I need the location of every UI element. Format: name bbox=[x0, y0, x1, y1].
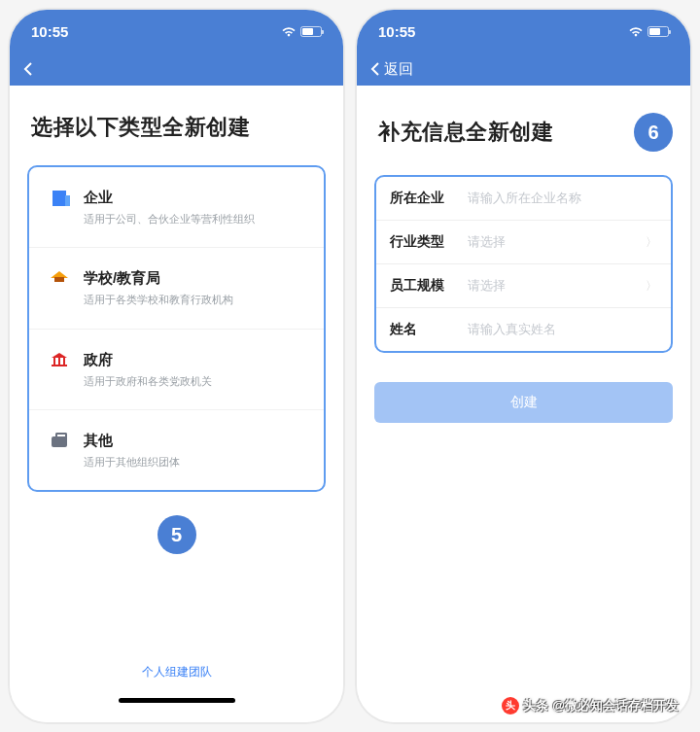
status-time: 10:55 bbox=[31, 23, 68, 40]
screen-select-type: 10:55 选择以下类型全新创建 企业 适用于公司、合伙企业等营利性组织 bbox=[10, 10, 343, 722]
type-option-enterprise[interactable]: 企业 适用于公司、合伙企业等营利性组织 bbox=[29, 167, 324, 247]
field-label: 行业类型 bbox=[390, 233, 460, 251]
option-desc: 适用于公司、合伙企业等营利性组织 bbox=[84, 212, 308, 226]
chevron-right-icon: 〉 bbox=[646, 234, 657, 251]
field-company[interactable]: 所在企业 请输入所在企业名称 bbox=[376, 177, 671, 220]
field-placeholder: 请输入真实姓名 bbox=[468, 321, 657, 338]
home-indicator[interactable] bbox=[119, 698, 235, 703]
page-body: 补充信息全新创建 6 所在企业 请输入所在企业名称 行业类型 请选择 〉 员工规… bbox=[357, 86, 690, 722]
option-desc: 适用于政府和各类党政机关 bbox=[84, 374, 308, 388]
status-icons bbox=[281, 26, 322, 37]
chevron-left-icon bbox=[370, 61, 380, 77]
status-time: 10:55 bbox=[378, 23, 415, 40]
option-name: 学校/教育局 bbox=[84, 269, 308, 288]
chevron-left-icon bbox=[23, 61, 33, 77]
create-button[interactable]: 创建 bbox=[374, 382, 673, 423]
field-label: 姓名 bbox=[390, 321, 460, 338]
field-size[interactable]: 员工规模 请选择 〉 bbox=[376, 263, 671, 307]
field-label: 员工规模 bbox=[390, 277, 460, 295]
wifi-icon bbox=[281, 26, 297, 37]
step-badge: 5 bbox=[158, 515, 196, 554]
government-icon bbox=[52, 353, 67, 366]
option-name: 政府 bbox=[84, 351, 308, 369]
type-option-school[interactable]: 学校/教育局 适用于各类学校和教育行政机构 bbox=[29, 247, 324, 328]
toutiao-logo-icon: 头 bbox=[502, 697, 519, 715]
chevron-right-icon: 〉 bbox=[646, 278, 657, 295]
battery-icon bbox=[648, 26, 669, 37]
briefcase-icon bbox=[52, 436, 67, 447]
status-bar: 10:55 bbox=[357, 10, 690, 52]
field-name[interactable]: 姓名 请输入真实姓名 bbox=[376, 307, 671, 351]
watermark-prefix: 头条 bbox=[523, 697, 548, 715]
field-industry[interactable]: 行业类型 请选择 〉 bbox=[376, 220, 671, 263]
nav-header: 返回 bbox=[357, 52, 690, 86]
watermark: 头 头条 @微必知会话存档开发 bbox=[502, 697, 679, 715]
wifi-icon bbox=[628, 26, 644, 37]
field-placeholder: 请输入所在企业名称 bbox=[468, 190, 657, 207]
info-form: 所在企业 请输入所在企业名称 行业类型 请选择 〉 员工规模 请选择 〉 姓名 … bbox=[374, 175, 673, 353]
page-body: 选择以下类型全新创建 企业 适用于公司、合伙企业等营利性组织 学校/教育局 适用… bbox=[10, 86, 343, 722]
type-option-other[interactable]: 其他 适用于其他组织团体 bbox=[29, 409, 324, 490]
battery-icon bbox=[300, 26, 322, 37]
option-desc: 适用于各类学校和教育行政机构 bbox=[84, 293, 308, 306]
personal-team-link[interactable]: 个人组建团队 bbox=[27, 635, 326, 692]
step-badge: 6 bbox=[634, 113, 673, 152]
option-desc: 适用于其他组织团体 bbox=[84, 455, 308, 469]
building-icon bbox=[52, 191, 66, 206]
type-option-list: 企业 适用于公司、合伙企业等营利性组织 学校/教育局 适用于各类学校和教育行政机… bbox=[27, 165, 326, 492]
status-icons bbox=[628, 26, 669, 37]
field-label: 所在企业 bbox=[390, 190, 460, 207]
option-name: 企业 bbox=[84, 189, 308, 207]
watermark-text: @微必知会话存档开发 bbox=[552, 697, 679, 715]
screen-supplement-info: 10:55 返回 补充信息全新创建 6 所在企业 请输入所在企业名称 行业类型 … bbox=[357, 10, 690, 722]
status-bar: 10:55 bbox=[10, 10, 343, 52]
back-label: 返回 bbox=[384, 60, 413, 79]
back-button[interactable]: 返回 bbox=[370, 60, 413, 79]
page-title: 补充信息全新创建 bbox=[378, 118, 553, 147]
field-placeholder: 请选择 bbox=[468, 233, 646, 251]
page-title: 选择以下类型全新创建 bbox=[31, 113, 250, 142]
option-name: 其他 bbox=[84, 432, 308, 450]
nav-header bbox=[10, 52, 343, 86]
type-option-government[interactable]: 政府 适用于政府和各类党政机关 bbox=[29, 329, 324, 409]
graduation-cap-icon bbox=[51, 271, 68, 278]
field-placeholder: 请选择 bbox=[468, 277, 646, 295]
back-button[interactable] bbox=[23, 61, 33, 77]
